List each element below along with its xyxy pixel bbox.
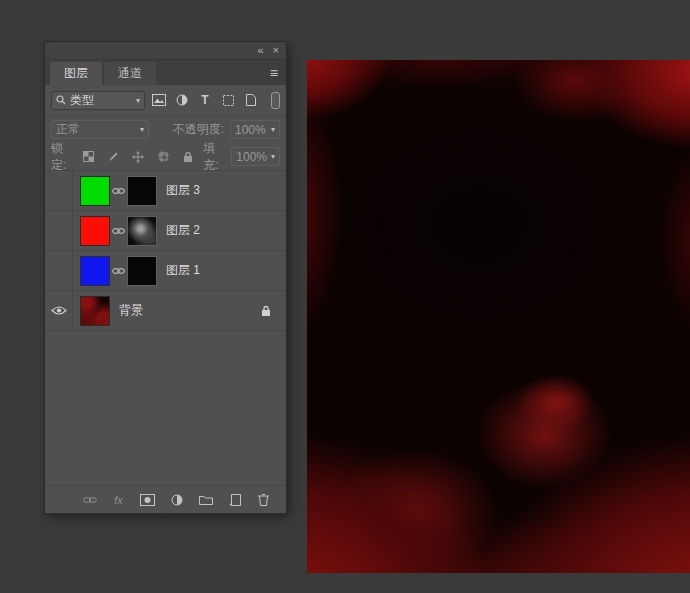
opacity-label: 不透明度: — [173, 121, 224, 138]
filter-type-label: 类型 — [70, 92, 94, 109]
chevron-down-icon: ▾ — [271, 125, 275, 134]
panel-tabs: 图层 通道 ≡ — [45, 60, 286, 85]
visibility-toggle[interactable] — [45, 171, 73, 210]
lock-image-icon[interactable] — [104, 148, 122, 166]
canvas-image[interactable] — [307, 60, 690, 573]
link-icon — [110, 185, 127, 197]
lock-label: 锁定: — [51, 140, 73, 174]
chevron-down-icon: ▾ — [136, 96, 140, 105]
layer-thumbnail[interactable] — [80, 216, 110, 246]
link-layers-button[interactable] — [81, 491, 98, 508]
visibility-toggle[interactable] — [45, 291, 73, 330]
tab-channels[interactable]: 通道 — [104, 62, 156, 85]
layer-row-3[interactable]: 图层 3 — [45, 171, 286, 211]
layer-mask-thumbnail[interactable] — [127, 176, 157, 206]
filter-enable-toggle[interactable] — [271, 92, 280, 109]
filter-type-layers-icon[interactable]: T — [196, 91, 214, 109]
layer-name: 图层 1 — [166, 262, 200, 279]
background-lock-icon — [261, 305, 271, 317]
chevron-down-icon: ▾ — [271, 152, 275, 161]
collapse-panel-icon[interactable]: « — [257, 45, 263, 56]
fill-select[interactable]: 100% ▾ — [231, 147, 280, 166]
layer-name: 图层 2 — [166, 222, 200, 239]
layer-name: 背景 — [119, 302, 143, 319]
visibility-toggle[interactable] — [45, 251, 73, 290]
filter-adjustment-layers-icon[interactable] — [173, 91, 191, 109]
filter-shape-layers-icon[interactable] — [219, 91, 237, 109]
opacity-value: 100% — [235, 123, 266, 137]
search-icon — [56, 95, 66, 105]
layers-panel: « × 图层 通道 ≡ 类型 ▾ T — [45, 42, 286, 513]
chevron-down-icon: ▾ — [140, 125, 144, 134]
lock-transparency-icon[interactable] — [79, 148, 97, 166]
layer-thumbnail[interactable] — [80, 176, 110, 206]
add-mask-button[interactable] — [139, 491, 156, 508]
panel-resize-grip[interactable] — [161, 513, 171, 518]
link-icon — [110, 265, 127, 277]
layer-list: 图层 3 图层 2 图层 1 — [45, 171, 286, 331]
layer-list-empty-area — [45, 331, 286, 485]
lock-all-icon[interactable] — [179, 148, 197, 166]
adjustment-layer-button[interactable] — [168, 491, 185, 508]
visibility-toggle[interactable] — [45, 211, 73, 250]
eye-icon — [51, 305, 67, 316]
blend-mode-select[interactable]: 正常 ▾ — [51, 120, 149, 139]
lock-row: 锁定: 填充: 100% — [45, 143, 286, 171]
layer-thumbnail[interactable] — [80, 256, 110, 286]
lock-buttons — [79, 148, 197, 166]
opacity-select[interactable]: 100% ▾ — [230, 120, 280, 139]
layer-row-1[interactable]: 图层 1 — [45, 251, 286, 291]
layer-style-button[interactable]: fx — [110, 491, 127, 508]
fill-label: 填充: — [203, 140, 225, 174]
filter-smart-object-icon[interactable] — [242, 91, 260, 109]
panel-menu-icon[interactable]: ≡ — [270, 65, 278, 81]
delete-layer-button[interactable] — [255, 491, 272, 508]
lock-artboard-icon[interactable] — [154, 148, 172, 166]
layer-filter-row: 类型 ▾ T — [45, 85, 286, 116]
panel-titlebar: « × — [45, 42, 286, 60]
filter-type-select[interactable]: 类型 ▾ — [51, 91, 145, 110]
blend-mode-value: 正常 — [56, 121, 80, 138]
new-layer-button[interactable] — [226, 491, 243, 508]
layer-row-2[interactable]: 图层 2 — [45, 211, 286, 251]
blend-mode-row: 正常 ▾ 不透明度: 100% ▾ — [45, 116, 286, 143]
tab-layers[interactable]: 图层 — [50, 62, 102, 85]
fill-value: 100% — [236, 150, 267, 164]
lock-position-icon[interactable] — [129, 148, 147, 166]
layer-row-background[interactable]: 背景 — [45, 291, 286, 331]
layer-name: 图层 3 — [166, 182, 200, 199]
layer-thumbnail[interactable] — [80, 296, 110, 326]
link-icon — [110, 225, 127, 237]
filter-pixel-layers-icon[interactable] — [150, 91, 168, 109]
panel-footer-toolbar: fx — [45, 485, 286, 513]
layer-mask-thumbnail[interactable] — [127, 256, 157, 286]
close-panel-icon[interactable]: × — [273, 45, 279, 56]
new-group-button[interactable] — [197, 491, 214, 508]
layer-mask-thumbnail[interactable] — [127, 216, 157, 246]
